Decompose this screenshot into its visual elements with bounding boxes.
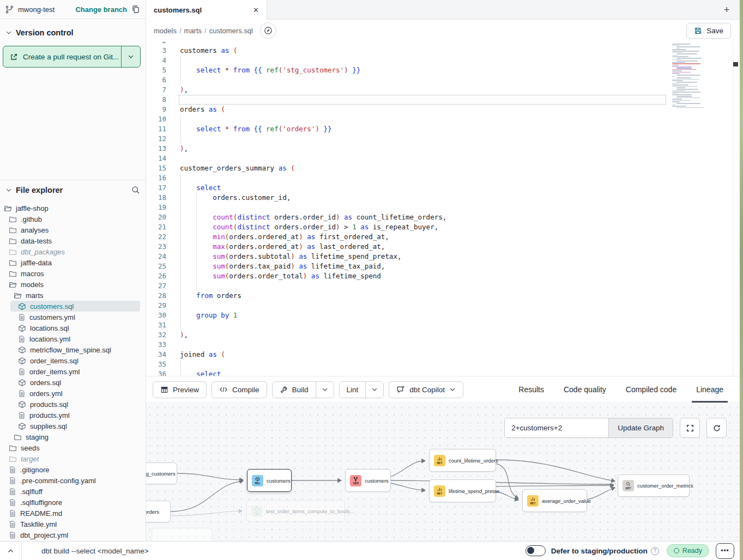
code-line-16[interactable]: 16 [146,173,740,183]
file-tree-item-supplies-sql[interactable]: supplies.sql [0,421,140,431]
lineage-node-stg-customers[interactable]: stg_customers [146,462,177,484]
lineage-node-customers-model[interactable]: MDLcustomers [247,469,292,492]
file-tree-item-macros[interactable]: macros [0,268,140,279]
create-pr-dropdown-button[interactable] [121,46,140,67]
command-input[interactable]: dbt build --select <model_name> [41,547,525,555]
file-tree-item-readme-md[interactable]: README.md [0,508,140,519]
compass-icon[interactable] [260,22,276,39]
preview-button[interactable]: Preview [153,381,207,398]
code-line-35[interactable]: 35 [146,360,740,369]
code-line-8[interactable]: 8 [146,95,740,105]
file-tree-item-order-items-sql[interactable]: order_items.sql [0,355,140,366]
file-tree-item-seeds[interactable]: seeds [0,442,140,453]
code-line-18[interactable]: 18 orders.customer_id, [146,193,740,203]
file-tree-item-analyses[interactable]: analyses [0,224,140,235]
lineage-node-customer-order-metrics[interactable]: QRYcustomer_order_metrics [618,474,690,497]
code-line-28[interactable]: 28 from orders [146,291,740,301]
code-line-15[interactable]: 15customer_orders_summary as ( [146,163,740,173]
file-tree-item-products-sql[interactable]: products.sql [0,399,140,410]
file-tree-item--github[interactable]: .github [0,214,140,224]
file-tree-item-dbt-packages[interactable]: dbt_packages [0,246,140,257]
help-icon[interactable]: ? [651,547,659,555]
breadcrumb-models[interactable]: models [154,27,177,35]
build-dropdown-button[interactable] [316,382,334,398]
file-tree-item--gitignore[interactable]: .gitignore [0,464,140,475]
file-tree-item-target[interactable]: target [0,453,140,464]
file-tree-item--sqlfluff[interactable]: .sqlfluff [0,486,140,497]
defer-toggle[interactable] [525,545,546,556]
file-tree-item-orders-sql[interactable]: orders.sql [0,377,140,388]
file-tree-item-jaffle-shop[interactable]: jaffle-shop [0,203,140,214]
search-icon[interactable] [131,186,140,194]
fullscreen-icon[interactable] [680,418,700,438]
compile-button[interactable]: Compile [212,381,267,398]
tab-lineage[interactable]: Lineage [686,376,733,403]
breadcrumb-file[interactable]: customers.sql [209,27,253,35]
code-line-3[interactable]: 3customers as ( [146,46,740,56]
code-line-33[interactable]: 33 [146,340,740,350]
new-tab-button[interactable]: + [719,2,734,17]
code-line-34[interactable]: 34joined as ( [146,350,740,360]
code-line-14[interactable]: 14 [146,154,740,163]
code-line-23[interactable]: 23 max(orders.ordered_at) as last_ordere… [146,242,740,252]
file-tree-item-metricflow-time-spine-sql[interactable]: metricflow_time_spine.sql [0,344,140,355]
code-line-19[interactable]: 19 [146,203,740,212]
tab-code-quality[interactable]: Code quality [554,376,616,403]
minimap[interactable] [670,44,719,108]
lineage-node-count-lifetime-orders[interactable]: METcount_lifetime_orders [429,449,496,472]
lineage-selector-input[interactable] [505,418,608,437]
file-tree-item-dbt-project-yml[interactable]: dbt_project.yml [0,529,140,540]
lint-dropdown-button[interactable] [365,382,383,398]
code-line-5[interactable]: 5 select * from {{ ref('stg_customers') … [146,65,740,75]
code-line-22[interactable]: 22 min(orders.ordered_at) as first_order… [146,232,740,242]
code-line-25[interactable]: 25 sum(orders.tax_paid) as lifetime_tax_… [146,261,740,271]
more-options-button[interactable]: ••• [716,543,734,559]
file-tree-item-staging[interactable]: staging [0,431,140,442]
lineage-node-orders[interactable]: orders [146,501,171,522]
code-line-7[interactable]: 7), [146,85,740,95]
breadcrumb-marts[interactable]: marts [184,27,202,35]
chevron-up-icon[interactable] [0,541,22,560]
tab-compiled-code[interactable]: Compiled code [616,376,686,403]
code-line-21[interactable]: 21 count(distinct orders.order_id) > 1 a… [146,222,740,232]
file-tree-item-order-items-yml[interactable]: order_items.yml [0,366,140,377]
lint-button[interactable]: Lint [340,382,366,398]
file-tree-item-customers-yml[interactable]: customers.yml [0,312,140,322]
code-line-20[interactable]: 20 count(distinct orders.order_id) as co… [146,212,740,222]
file-tree-item-taskfile-yml[interactable]: Taskfile.yml [0,519,140,529]
file-tree-item-marts[interactable]: marts [0,290,140,301]
update-graph-button[interactable]: Update Graph [608,418,673,437]
lineage-node-lifetime-spend-pretax[interactable]: METlifetime_spend_pretax [429,479,496,502]
copy-branch-button[interactable] [131,5,140,14]
file-tree-item-models[interactable]: models [0,279,140,290]
lineage-node-test-order-items[interactable]: TSTtest_order_items_compute_to_bools... [246,500,345,522]
tab-customers-sql[interactable]: customers.sql ✕ [146,0,267,20]
create-pr-button[interactable]: Create a pull request on Git... [3,46,121,67]
code-line-29[interactable]: 29 [146,301,740,311]
code-editor[interactable]: 23customers as (45 select * from {{ ref(… [146,41,740,376]
code-line-6[interactable]: 6 [146,75,740,85]
file-tree-item-customers-sql[interactable]: customers.sql [10,301,140,312]
code-line-4[interactable]: 4 [146,56,740,65]
code-line-30[interactable]: 30 group by 1 [146,311,740,320]
change-branch-link[interactable]: Change branch [75,5,127,14]
code-line-2[interactable]: 2 [146,41,740,46]
file-tree-item-data-tests[interactable]: data-tests [0,235,140,246]
editor-scrollbar[interactable] [733,41,739,376]
file-tree-item-products-yml[interactable]: products.yml [0,410,140,421]
code-line-32[interactable]: 32), [146,330,740,340]
file-tree-item-jaffle-data[interactable]: jaffle-data [0,257,140,268]
dbt-copilot-button[interactable]: dbt Copilot [389,381,463,398]
file-tree-item-locations-sql[interactable]: locations.sql [0,322,140,333]
tab-results[interactable]: Results [509,376,554,403]
file-explorer-header[interactable]: File explorer [0,180,146,198]
file-tree-item--pre-commit-config-yaml[interactable]: .pre-commit-config.yaml [0,475,140,486]
code-line-24[interactable]: 24 sum(orders.subtotal) as lifetime_spen… [146,252,740,261]
close-icon[interactable]: ✕ [253,6,259,14]
code-line-13[interactable]: 13), [146,144,740,154]
build-button[interactable]: Build [273,382,316,398]
lineage-node-average-order-value[interactable]: METaverage_order_value [522,489,587,512]
file-tree-item-orders-yml[interactable]: orders.yml [0,388,140,399]
lineage-node-customers-semantic[interactable]: SEMcustomers [345,469,391,492]
code-line-9[interactable]: 9orders as ( [146,105,740,114]
